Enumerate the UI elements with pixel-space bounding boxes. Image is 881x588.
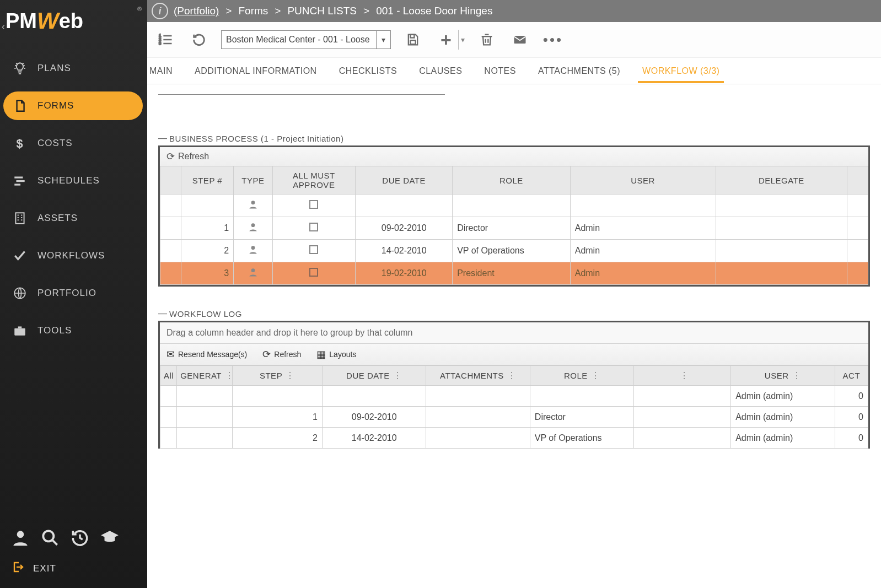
refresh-button[interactable]: ⟳ Refresh bbox=[166, 150, 209, 163]
history-icon[interactable] bbox=[69, 527, 90, 548]
col-all[interactable]: All bbox=[160, 366, 177, 386]
table-row-selected[interactable]: 3 19-02-2010 President Admin bbox=[160, 262, 868, 285]
col-due[interactable]: DUE DATE bbox=[356, 166, 453, 195]
save-icon[interactable] bbox=[402, 29, 424, 51]
chevron-right-icon: > bbox=[273, 5, 282, 17]
more-icon[interactable]: ••• bbox=[542, 29, 564, 51]
cell-due: 09-02-2010 bbox=[322, 407, 426, 428]
split-divider bbox=[458, 30, 459, 50]
chevron-down-icon[interactable]: ▾ bbox=[460, 35, 465, 44]
email-icon[interactable] bbox=[509, 29, 531, 51]
learn-icon[interactable] bbox=[99, 527, 120, 548]
chevron-right-icon: > bbox=[362, 5, 370, 17]
checkbox-icon[interactable] bbox=[309, 268, 318, 277]
sidebar-item-plans[interactable]: PLANS bbox=[3, 54, 143, 83]
svg-point-18 bbox=[251, 246, 255, 250]
tab-workflow[interactable]: WORKFLOW (3/3) bbox=[640, 60, 722, 83]
sidebar-item-forms[interactable]: FORMS bbox=[3, 91, 143, 120]
column-menu-icon[interactable]: ⋮ bbox=[507, 371, 517, 380]
column-menu-icon[interactable]: ⋮ bbox=[225, 371, 234, 380]
sidebar-utility-row bbox=[0, 520, 147, 554]
cell-user: Admin (admin) bbox=[731, 428, 835, 449]
cell-due: 14-02-2010 bbox=[322, 428, 426, 449]
search-icon[interactable] bbox=[40, 527, 61, 548]
tab-checklists[interactable]: CHECKLISTS bbox=[337, 60, 399, 83]
chevron-down-icon[interactable]: ▾ bbox=[376, 31, 390, 48]
main-area: i (Portfolio) > Forms > PUNCH LISTS > 00… bbox=[147, 0, 881, 588]
checkbox-icon[interactable] bbox=[309, 245, 318, 254]
col-step[interactable]: STEP⋮ bbox=[232, 366, 322, 386]
column-menu-icon[interactable]: ⋮ bbox=[393, 371, 402, 380]
panel-title-business-process[interactable]: — BUSINESS PROCESS (1 - Project Initiati… bbox=[158, 133, 870, 143]
column-menu-icon[interactable]: ⋮ bbox=[286, 371, 295, 380]
numbered-list-icon[interactable]: 123 bbox=[155, 29, 177, 51]
refresh-button[interactable]: ⟳ Refresh bbox=[262, 348, 301, 360]
col-generated[interactable]: GENERAT⋮ bbox=[177, 366, 233, 386]
sidebar-item-label: PORTFOLIO bbox=[37, 288, 96, 299]
checkbox-icon[interactable] bbox=[309, 223, 318, 231]
panel-title-workflow-log[interactable]: — WORKFLOW LOG bbox=[158, 309, 870, 319]
info-icon[interactable]: i bbox=[152, 3, 168, 19]
cell-step bbox=[232, 386, 322, 407]
gantt-icon bbox=[12, 173, 28, 188]
tab-main[interactable]: MAIN bbox=[147, 60, 175, 83]
cell-action: 0 bbox=[835, 386, 868, 407]
col-attachments[interactable]: ATTACHMENTS⋮ bbox=[426, 366, 530, 386]
sidebar-item-workflows[interactable]: WORKFLOWS bbox=[3, 241, 143, 270]
table-row[interactable] bbox=[160, 195, 868, 217]
layouts-label: Layouts bbox=[329, 350, 356, 359]
checkbox-icon[interactable] bbox=[309, 200, 318, 209]
col-user[interactable]: USER⋮ bbox=[731, 366, 835, 386]
person-icon bbox=[248, 225, 259, 234]
plus-icon[interactable]: + bbox=[435, 29, 457, 51]
table-row[interactable]: 1 09-02-2010 Director Admin bbox=[160, 217, 868, 240]
table-row[interactable]: 1 09-02-2010 Director Admin (admin) 0 bbox=[160, 407, 868, 428]
collapse-toggle-icon[interactable]: — bbox=[158, 133, 167, 143]
tab-notes[interactable]: NOTES bbox=[482, 60, 518, 83]
collapse-toggle-icon[interactable]: — bbox=[158, 309, 167, 319]
svg-rect-15 bbox=[514, 36, 526, 44]
col-user[interactable]: USER bbox=[570, 166, 716, 195]
undo-history-icon[interactable] bbox=[188, 29, 210, 51]
cell-approve[interactable] bbox=[272, 195, 356, 217]
globe-icon bbox=[12, 285, 28, 301]
group-drop-bar[interactable]: Drag a column header and drop it here to… bbox=[160, 322, 868, 344]
tab-clauses[interactable]: CLAUSES bbox=[417, 60, 464, 83]
profile-icon[interactable] bbox=[10, 527, 31, 548]
tab-additional-information[interactable]: ADDITIONAL INFORMATION bbox=[192, 60, 319, 83]
sidebar-item-tools[interactable]: TOOLS bbox=[3, 316, 143, 345]
col-type[interactable]: TYPE bbox=[234, 166, 272, 195]
record-picker-combo[interactable]: Boston Medical Center - 001 - Loose ▾ bbox=[221, 30, 391, 49]
resend-messages-button[interactable]: ✉ Resend Message(s) bbox=[166, 348, 247, 360]
sidebar-exit[interactable]: EXIT bbox=[0, 554, 147, 588]
column-menu-icon[interactable]: ⋮ bbox=[591, 371, 600, 380]
sidebar-item-costs[interactable]: $ COSTS bbox=[3, 129, 143, 158]
col-step[interactable]: STEP # bbox=[181, 166, 233, 195]
cell-step: 1 bbox=[181, 217, 233, 240]
delete-icon[interactable] bbox=[476, 29, 498, 51]
col-approve[interactable]: ALL MUST APPROVE bbox=[272, 166, 356, 195]
sidebar-item-assets[interactable]: ASSETS bbox=[3, 204, 143, 233]
col-delegate[interactable]: DELEGATE bbox=[716, 166, 847, 195]
cell-step: 2 bbox=[232, 428, 322, 449]
column-menu-icon[interactable]: ⋮ bbox=[792, 371, 802, 380]
svg-rect-1 bbox=[14, 176, 23, 178]
col-role[interactable]: ROLE⋮ bbox=[530, 366, 633, 386]
sidebar-collapse-chevron[interactable]: ‹ bbox=[2, 21, 5, 33]
table-row[interactable]: Admin (admin) 0 bbox=[160, 386, 868, 407]
col-action[interactable]: ACT bbox=[835, 366, 868, 386]
sidebar-item-schedules[interactable]: SCHEDULES bbox=[3, 166, 143, 195]
layouts-button[interactable]: ▦ Layouts bbox=[316, 348, 356, 360]
tab-attachments[interactable]: ATTACHMENTS (5) bbox=[536, 60, 622, 83]
add-split-button[interactable]: + ▾ bbox=[435, 29, 465, 51]
registered-mark-icon: ® bbox=[137, 6, 142, 12]
col-role[interactable]: ROLE bbox=[453, 166, 571, 195]
column-menu-icon[interactable]: ⋮ bbox=[680, 371, 689, 380]
sidebar-item-portfolio[interactable]: PORTFOLIO bbox=[3, 279, 143, 308]
breadcrumb-portfolio-link[interactable]: (Portfolio) bbox=[174, 5, 219, 17]
table-row[interactable]: 2 14-02-2010 VP of Operations Admin bbox=[160, 240, 868, 262]
col-blank[interactable]: ⋮ bbox=[634, 366, 731, 386]
table-row[interactable]: 2 14-02-2010 VP of Operations Admin (adm… bbox=[160, 428, 868, 449]
exit-label: EXIT bbox=[33, 563, 56, 574]
col-due[interactable]: DUE DATE⋮ bbox=[322, 366, 426, 386]
